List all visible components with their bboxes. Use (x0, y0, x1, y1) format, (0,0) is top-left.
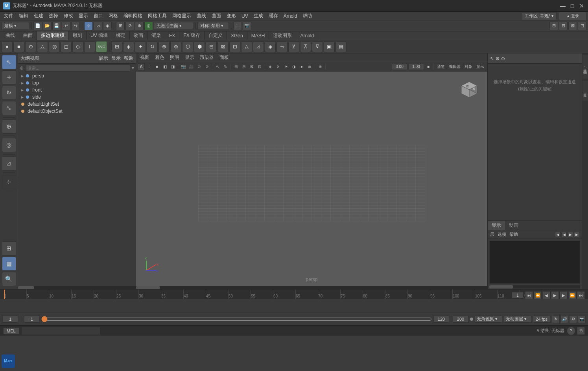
tab-render[interactable]: 渲染 (147, 31, 165, 40)
shelf-grid[interactable]: ⊞ (111, 41, 122, 52)
range-start-input2[interactable] (24, 316, 40, 323)
symmetry-dropdown[interactable]: 对称: 禁用 ▾ (197, 22, 229, 30)
vp-tb-uv[interactable]: ⊡ (256, 63, 263, 70)
open-file-btn[interactable]: 📂 (43, 22, 52, 30)
vp-menu-view[interactable]: 视图 (138, 53, 152, 62)
vp-value1-input[interactable] (392, 64, 407, 70)
vp-tb-grid[interactable]: ⊞ (232, 63, 240, 70)
soft-select[interactable]: ◎ (2, 138, 16, 152)
tab-fx-cache[interactable]: FX 缓存 (179, 31, 205, 40)
current-frame-input[interactable] (2, 316, 18, 323)
search-input[interactable] (25, 64, 130, 72)
snap-point-btn[interactable]: ⊕ (135, 22, 144, 30)
snap-curve-btn[interactable]: ⊘ (125, 22, 134, 30)
help-label[interactable]: 帮助 (509, 231, 518, 237)
max-frame-input[interactable] (453, 316, 468, 323)
outliner-item-side[interactable]: side (18, 94, 136, 101)
tab-uv[interactable]: UV 编辑 (87, 31, 112, 40)
outliner-menu-help[interactable]: 帮助 (124, 55, 133, 62)
layer-arrow-right1[interactable]: ◀ (561, 232, 567, 237)
vp-tb-shadow[interactable]: ◑ (290, 63, 297, 70)
shelf-connect[interactable]: ⊕ (159, 41, 170, 52)
outliner-item-persp[interactable]: persp (18, 72, 136, 79)
help-btn[interactable]: ? (567, 327, 575, 335)
scale-tool[interactable]: ⤡ (2, 101, 16, 115)
snap-surface-btn[interactable]: ◎ (144, 22, 153, 30)
shelf-cube[interactable]: ■ (13, 41, 24, 52)
menu-curves[interactable]: 曲线 (194, 12, 208, 20)
menu-generate[interactable]: 生成 (251, 12, 265, 20)
menu-edit[interactable]: 编辑 (17, 12, 31, 20)
snap-grid-btn[interactable]: ⊞ (116, 22, 125, 30)
layer-arrow-left[interactable]: ◀ (555, 232, 560, 237)
move-tool[interactable]: ✛ (2, 70, 16, 84)
menu-mesh[interactable]: 网格 (106, 12, 120, 20)
menu-mesh-display[interactable]: 网格显示 (170, 12, 194, 20)
shelf-cone[interactable]: △ (37, 41, 48, 52)
shelf-unfold[interactable]: ⊻ (288, 41, 299, 52)
workspace-dropdown[interactable]: 工作区: 常规* ▾ (522, 12, 557, 20)
camera-btn[interactable]: 📷 (578, 315, 586, 323)
minimize-button[interactable]: — (560, 3, 566, 9)
shelf-uv[interactable]: ◈ (123, 41, 134, 52)
extra-btn1[interactable]: ⊞ (549, 22, 558, 30)
shelf-boolean[interactable]: ◈ (265, 41, 276, 52)
menu-file[interactable]: 文件 (2, 12, 16, 20)
tab-motion[interactable]: 运动图形 (269, 31, 296, 40)
menu-help[interactable]: 帮助 (300, 12, 314, 20)
vp-tb-square3[interactable]: ◧ (161, 63, 168, 70)
vp-tb-square2[interactable]: ■ (153, 63, 160, 70)
shelf-mirror[interactable]: ⊿ (253, 41, 264, 52)
channel-icon2[interactable]: ⊕ (496, 56, 500, 61)
rp-tab-animation[interactable]: 动画 (505, 221, 522, 230)
layer-arrow-right2[interactable]: ▶ (568, 232, 573, 237)
vp-tb-square1[interactable]: □ (146, 63, 153, 70)
rotate-tool[interactable]: ↻ (2, 86, 16, 100)
shelf-reduce[interactable]: △ (241, 41, 252, 52)
render2-btn[interactable]: 📷 (243, 22, 251, 30)
menu-mesh-tools[interactable]: 网格工具 (146, 12, 169, 20)
shelf-plane[interactable]: ◻ (61, 41, 72, 52)
show-manip[interactable]: ⊹ (2, 175, 16, 189)
menu-display[interactable]: 显示 (76, 12, 90, 20)
layer-label[interactable]: 层 (490, 231, 494, 237)
timeline-scrubber[interactable] (41, 318, 432, 321)
maximize-button[interactable]: □ (569, 3, 575, 9)
vp-menu-panel[interactable]: 面板 (217, 53, 231, 62)
range-end-input[interactable] (433, 316, 449, 323)
rp-tab-display[interactable]: 显示 (488, 221, 505, 230)
prev-frame-btn[interactable]: ⏪ (534, 291, 542, 299)
snap-view[interactable]: ⊞ (2, 241, 16, 255)
tab-poly-modeling[interactable]: 多边形建模 (37, 31, 69, 40)
shelf-cut[interactable]: ⊽ (312, 41, 323, 52)
vp-menu-shading[interactable]: 着色 (153, 53, 167, 62)
vp-menu-show[interactable]: 显示 (182, 53, 197, 62)
layout-btn[interactable]: ▦ (2, 257, 16, 271)
vp-menu-renderer[interactable]: 渲染器 (197, 53, 216, 62)
shelf-text[interactable]: T (84, 41, 95, 52)
display-label[interactable]: 显示 (475, 64, 486, 70)
shelf-bevel[interactable]: ⬢ (194, 41, 205, 52)
vp-tb-sel[interactable]: ↖ (214, 63, 221, 70)
channel-icon3[interactable]: ⊙ (501, 56, 505, 61)
vp-tb-grid3[interactable]: ⊠ (248, 63, 255, 70)
channel-label[interactable]: 通道 (435, 64, 446, 70)
vtab-btn2[interactable]: 工具设置 (582, 81, 588, 101)
bookmark-btn[interactable] (470, 318, 473, 321)
tab-custom[interactable]: 自定义 (205, 31, 227, 40)
timeline-ruler[interactable]: 1 5 10 15 20 25 30 35 40 45 50 55 60 65 … (0, 290, 588, 299)
vp-tb-square4[interactable]: ◨ (169, 63, 176, 70)
menu-uv[interactable]: UV (239, 13, 251, 20)
lasso-btn[interactable]: ⊿ (94, 22, 102, 30)
next-frame-btn[interactable]: ⏩ (568, 291, 576, 299)
shelf-crease[interactable]: ⊸ (276, 41, 288, 52)
settings-btn[interactable]: ⚙ (569, 315, 577, 323)
outliner-item-top[interactable]: top (18, 79, 136, 86)
tab-arnold[interactable]: Arnold (296, 31, 318, 40)
grid-bottom-btn[interactable]: ⊞ (577, 327, 585, 335)
paint-select[interactable]: ⊿ (2, 156, 16, 171)
vp-tb-cam2[interactable]: 🎥 (188, 63, 195, 70)
extra-btn2[interactable]: ⊟ (559, 22, 568, 30)
vp-tb-ao[interactable]: ● (298, 63, 305, 70)
vp-tb-isolate[interactable]: ⊕ (317, 63, 324, 70)
